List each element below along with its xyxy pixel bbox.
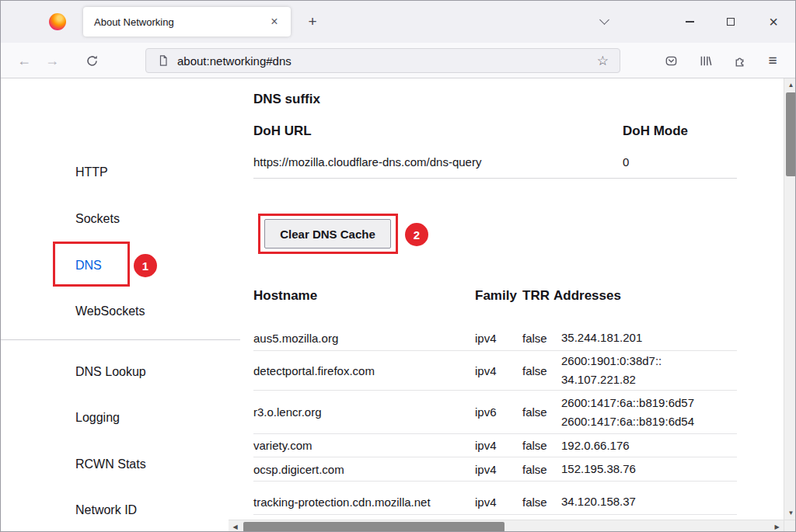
bookmark-star-icon[interactable]: ☆ — [594, 53, 612, 69]
minimize-button[interactable] — [678, 11, 701, 33]
table-header-trr: TRR — [522, 288, 550, 304]
url-input[interactable]: about:networking#dns — [177, 54, 594, 68]
family-cell: ipv4 — [475, 495, 522, 509]
horizontal-scrollbar-thumb[interactable] — [243, 522, 504, 532]
trr-cell: false — [522, 463, 553, 476]
page-content: HTTP Sockets DNS WebSockets DNS Lookup L… — [1, 78, 796, 532]
hostname-cell: ocsp.digicert.com — [253, 463, 475, 476]
family-cell: ipv4 — [475, 439, 522, 452]
table-row: tracking-protection.cdn.mozilla.net ipv4… — [253, 482, 737, 515]
menu-icon[interactable]: ≡ — [762, 50, 784, 71]
scrollbar-corner — [784, 520, 796, 532]
hostname-cell: variety.com — [253, 439, 475, 452]
tab-list-chevron-icon[interactable] — [599, 15, 609, 25]
dns-cache-table: aus5.mozilla.org ipv4 false 35.244.181.2… — [253, 325, 737, 515]
sidebar-item-logging[interactable]: Logging — [75, 409, 120, 426]
minimize-icon — [686, 21, 694, 23]
addresses-cell: 152.195.38.76 — [553, 460, 737, 478]
doh-mode-label: DoH Mode — [623, 123, 688, 139]
trr-cell: false — [522, 439, 553, 452]
sidebar-item-websockets[interactable]: WebSockets — [75, 303, 145, 320]
sidebar-item-sockets[interactable]: Sockets — [75, 210, 120, 228]
annotation-step-2: 2 — [405, 223, 428, 246]
table-row: aus5.mozilla.org ipv4 false 35.244.181.2… — [253, 325, 737, 351]
trr-cell: false — [522, 332, 553, 345]
maximize-icon — [727, 18, 735, 26]
addresses-cell: 2600:1417:6a::b819:6d572600:1417:6a::b81… — [553, 394, 737, 431]
sidebar-item-rcwn-stats[interactable]: RCWN Stats — [75, 456, 146, 473]
table-header-addresses: Addresses — [553, 288, 621, 304]
trr-cell: false — [522, 495, 553, 509]
doh-url-label: DoH URL — [253, 123, 312, 139]
family-cell: ipv4 — [475, 463, 522, 476]
addresses-cell: 34.120.158.37 — [553, 492, 737, 511]
addresses-cell: 2600:1901:0:38d7::34.107.221.82 — [553, 352, 737, 389]
table-row: detectportal.firefox.com ipv4 false 2600… — [253, 351, 737, 391]
table-row: variety.com ipv4 false 192.0.66.176 — [253, 434, 737, 457]
sidebar-item-http[interactable]: HTTP — [75, 164, 108, 181]
firefox-logo-icon — [49, 13, 66, 30]
tab-about-networking[interactable]: About Networking × — [83, 7, 291, 37]
doh-url-value: https://mozilla.cloudflare-dns.com/dns-q… — [253, 155, 481, 169]
vertical-scrollbar[interactable]: ▲ ▼ — [784, 78, 796, 520]
vertical-scrollbar-thumb[interactable] — [786, 92, 796, 176]
annotation-box-dns — [53, 242, 130, 287]
tab-bar: About Networking × + × — [1, 1, 795, 43]
doh-mode-value: 0 — [623, 155, 629, 169]
new-tab-button[interactable]: + — [302, 12, 323, 32]
annotation-step-1: 1 — [134, 254, 157, 277]
family-cell: ipv6 — [475, 405, 522, 419]
page-icon — [157, 54, 169, 67]
family-cell: ipv4 — [475, 332, 522, 345]
browser-window: About Networking × + × ← → about:network… — [0, 0, 796, 532]
table-header-hostname: Hostname — [253, 288, 317, 304]
horizontal-scrollbar[interactable]: ◀ ▶ — [229, 520, 784, 532]
url-bar[interactable]: about:networking#dns ☆ — [145, 48, 620, 73]
hostname-cell: detectportal.firefox.com — [253, 364, 475, 377]
sidebar-item-network-id[interactable]: Network ID — [75, 502, 137, 519]
addresses-cell: 192.0.66.176 — [553, 436, 737, 455]
scroll-left-icon[interactable]: ◀ — [229, 520, 242, 532]
table-row: r3.o.lencr.org ipv6 false 2600:1417:6a::… — [253, 391, 737, 434]
reload-button[interactable] — [81, 50, 103, 71]
trr-cell: false — [522, 405, 553, 419]
tab-title: About Networking — [94, 16, 266, 28]
annotation-box-clear-button — [258, 214, 398, 254]
doh-row-divider — [253, 178, 737, 179]
sidebar-item-dns-lookup[interactable]: DNS Lookup — [75, 363, 146, 381]
table-row: ocsp.digicert.com ipv4 false 152.195.38.… — [253, 457, 737, 482]
scroll-up-icon[interactable]: ▲ — [784, 78, 796, 92]
scroll-right-icon[interactable]: ▶ — [770, 520, 784, 532]
sidebar-divider — [1, 339, 240, 340]
trr-cell: false — [522, 364, 553, 377]
addresses-cell: 35.244.181.201 — [553, 329, 737, 347]
hostname-cell: r3.o.lencr.org — [253, 405, 475, 419]
window-close-button[interactable]: × — [762, 11, 785, 33]
pocket-icon[interactable] — [660, 50, 682, 71]
maximize-button[interactable] — [719, 11, 742, 33]
table-header-family: Family — [475, 288, 517, 304]
extensions-icon[interactable] — [728, 50, 750, 71]
hostname-cell: tracking-protection.cdn.mozilla.net — [253, 495, 475, 509]
library-icon[interactable] — [694, 50, 716, 71]
tab-close-icon[interactable]: × — [266, 13, 283, 30]
navigation-toolbar: ← → about:networking#dns ☆ ≡ — [1, 43, 795, 78]
scroll-down-icon[interactable]: ▼ — [784, 506, 796, 520]
dns-suffix-heading: DNS suffix — [253, 92, 320, 107]
forward-button[interactable]: → — [41, 50, 63, 71]
hostname-cell: aus5.mozilla.org — [253, 332, 475, 345]
family-cell: ipv4 — [475, 364, 522, 377]
back-button[interactable]: ← — [13, 50, 35, 71]
